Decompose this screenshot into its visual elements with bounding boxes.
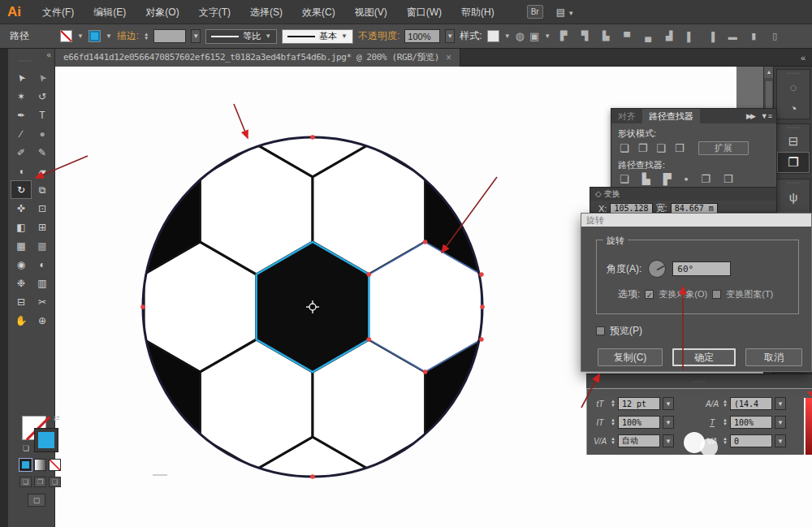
- stroke-swatch[interactable]: [34, 428, 58, 452]
- align-right-icon[interactable]: ▙: [598, 31, 614, 41]
- leading-field[interactable]: (14.4: [730, 397, 772, 410]
- menu-object[interactable]: 对象(O): [136, 0, 188, 24]
- swap-fill-stroke-icon[interactable]: ⇄: [54, 414, 60, 422]
- type-tool[interactable]: T: [32, 106, 53, 124]
- artboard-tool[interactable]: ⊟: [11, 292, 32, 311]
- paintbrush-tool[interactable]: ✐: [11, 143, 32, 162]
- dock-grip[interactable]: ▪▪▪▪▪: [777, 70, 810, 76]
- distribute-left-icon[interactable]: ▌: [682, 32, 698, 41]
- stepper-down-icon[interactable]: ▼: [723, 404, 728, 408]
- scale-tool[interactable]: ⧉: [32, 180, 53, 199]
- opacity-dropdown[interactable]: ▼: [445, 29, 455, 43]
- brush-definition-dropdown[interactable]: 基本 ▼: [282, 29, 353, 44]
- vertical-scale-field[interactable]: 100%: [618, 416, 660, 429]
- ellipse-tool[interactable]: ●: [32, 124, 53, 143]
- panel-menu-icon[interactable]: ▼≡: [761, 112, 776, 120]
- distribute-center-icon[interactable]: ▐: [703, 32, 719, 41]
- chevron-down-icon[interactable]: ▼: [106, 32, 112, 40]
- font-size-field[interactable]: 12 pt: [618, 397, 660, 410]
- slice-tool[interactable]: ✂: [32, 292, 53, 311]
- shape-builder-tool[interactable]: ◧: [11, 218, 32, 236]
- horizontal-scale-field[interactable]: 100%: [730, 416, 772, 429]
- divide-icon[interactable]: ❏: [620, 173, 629, 185]
- tab-pathfinder[interactable]: 路径查找器: [642, 109, 700, 123]
- angle-dial-icon[interactable]: [648, 260, 666, 278]
- hand-tool[interactable]: ✋: [11, 311, 32, 330]
- selection-tool[interactable]: ➤: [11, 68, 32, 87]
- horizontal-scale-stepper[interactable]: ▲▼: [723, 418, 728, 426]
- gradient-tool[interactable]: ▩: [32, 236, 53, 255]
- document-setup-icon[interactable]: ◍: [516, 30, 525, 42]
- workspace-switcher-icon[interactable]: ▤ ▼: [556, 6, 575, 18]
- perspective-grid-tool[interactable]: ⊞: [32, 218, 53, 236]
- eyedropper-tool[interactable]: ◉: [11, 255, 32, 274]
- menu-window[interactable]: 窗口(W): [397, 0, 451, 24]
- vertical-scale-stepper[interactable]: ▲▼: [611, 418, 615, 426]
- ok-button[interactable]: 确定: [672, 348, 736, 366]
- gradient-button[interactable]: [34, 459, 46, 471]
- font-size-dropdown[interactable]: ▼: [663, 397, 674, 410]
- menu-help[interactable]: 帮助(H): [451, 0, 504, 24]
- minus-back-icon[interactable]: ❒: [723, 173, 733, 185]
- distribute-right-icon[interactable]: ▬: [724, 32, 741, 41]
- mesh-tool[interactable]: ▦: [11, 236, 32, 255]
- preview-checkbox[interactable]: [596, 326, 605, 335]
- color-panel-icon[interactable]: ◌: [777, 76, 810, 97]
- pencil-tool[interactable]: ✎: [32, 143, 53, 162]
- tracking-dropdown[interactable]: ▼: [775, 434, 786, 447]
- panel-grip[interactable]: ▪▪▪▪▪: [586, 374, 812, 385]
- draw-normal-icon[interactable]: ❏: [19, 477, 32, 487]
- symbol-sprayer-tool[interactable]: ❉: [11, 274, 32, 292]
- eraser-tool[interactable]: ▰: [32, 162, 53, 180]
- chevron-down-icon[interactable]: ▼: [77, 32, 84, 40]
- leading-stepper[interactable]: ▲▼: [723, 400, 728, 408]
- chevron-down-icon[interactable]: ▼: [504, 32, 511, 40]
- stroke-weight-stepper[interactable]: ▲ ▼: [144, 32, 149, 41]
- vertical-scale-dropdown[interactable]: ▼: [663, 416, 674, 429]
- stroke-weight-dropdown[interactable]: ▼: [191, 29, 201, 43]
- outline-icon[interactable]: ❐: [701, 173, 710, 185]
- line-segment-tool[interactable]: ∕: [11, 124, 32, 143]
- fill-color-swatch[interactable]: [60, 30, 72, 42]
- color-guide-panel-icon[interactable]: ◔: [777, 97, 810, 119]
- stepper-down-icon[interactable]: ▼: [144, 37, 149, 41]
- pathfinder-panel-icon[interactable]: ❐: [777, 152, 810, 173]
- cancel-button[interactable]: 取消: [745, 348, 802, 366]
- toolbar-collapse-icon[interactable]: «: [46, 50, 51, 59]
- horizontal-scale-dropdown[interactable]: ▼: [775, 416, 786, 429]
- color-button[interactable]: [19, 459, 32, 471]
- magic-wand-tool[interactable]: ✶: [11, 87, 32, 106]
- align-h-center-icon[interactable]: ▜: [577, 31, 593, 41]
- unite-icon[interactable]: ❏: [620, 142, 629, 154]
- menu-effect[interactable]: 效果(C): [292, 0, 345, 24]
- menu-edit[interactable]: 编辑(E): [84, 0, 136, 24]
- direct-selection-tool[interactable]: ➤: [32, 68, 53, 87]
- zoom-tool[interactable]: ⊕: [32, 311, 53, 330]
- kerning-stepper[interactable]: ▲▼: [611, 437, 615, 445]
- transform-header[interactable]: ◇ 变换: [590, 188, 776, 201]
- align-v-center-icon[interactable]: ▄: [640, 32, 656, 41]
- style-swatch[interactable]: [487, 30, 499, 42]
- close-icon[interactable]: ×: [446, 52, 451, 63]
- merge-icon[interactable]: ▛: [663, 173, 672, 185]
- chevron-down-icon[interactable]: ▼: [544, 32, 551, 40]
- stroke-weight-label[interactable]: 描边:: [117, 29, 139, 43]
- kerning-field[interactable]: 自动: [618, 434, 660, 447]
- trim-icon[interactable]: ▙: [642, 173, 650, 185]
- draw-inside-icon[interactable]: ❑: [49, 477, 61, 487]
- screen-mode-button[interactable]: ▢: [28, 494, 45, 507]
- opacity-label[interactable]: 不透明度:: [358, 29, 400, 43]
- align-panel-icon[interactable]: ⊟: [777, 131, 810, 152]
- symbols-panel-icon[interactable]: ψ: [777, 186, 810, 207]
- column-graph-tool[interactable]: ▥: [32, 274, 53, 292]
- stepper-down-icon[interactable]: ▼: [611, 404, 615, 408]
- transform-pattern-checkbox[interactable]: [712, 290, 721, 299]
- stroke-color-swatch[interactable]: [89, 30, 101, 42]
- width-tool[interactable]: ✜: [11, 199, 32, 218]
- panel-expand-icon[interactable]: ▶▶: [746, 112, 761, 120]
- align-left-icon[interactable]: ▛: [555, 31, 572, 41]
- menu-type[interactable]: 文字(T): [189, 0, 240, 24]
- menu-file[interactable]: 文件(F): [32, 0, 84, 24]
- align-top-icon[interactable]: ▀: [619, 32, 635, 41]
- leading-dropdown[interactable]: ▼: [775, 397, 786, 410]
